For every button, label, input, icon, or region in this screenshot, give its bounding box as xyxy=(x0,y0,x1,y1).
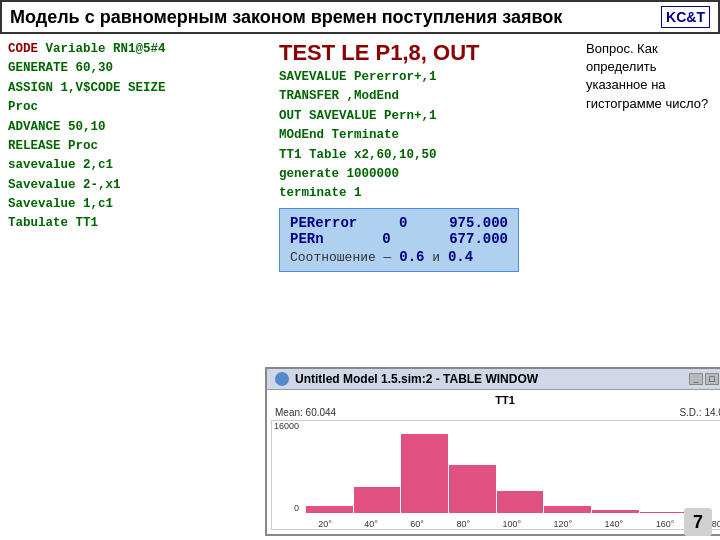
chart-mean: Mean: 60.044 xyxy=(275,407,336,418)
x-axis-labels: 20° 40° 60° 80° 100° 120° 140° 160° 180 xyxy=(302,519,720,529)
right-panel: TEST LE P1,8, OUT SAVEVALUE Pererror+,1 … xyxy=(265,34,720,536)
code-text-1: Variable RN1@5#4 xyxy=(46,42,166,56)
maximize-button[interactable]: □ xyxy=(705,373,719,385)
x-label-2: 60° xyxy=(410,519,424,529)
chart-sd: S.D.: 14.035 xyxy=(679,407,720,418)
code-line-5: ADVANCE 50,10 xyxy=(8,118,257,137)
stat-label-2: PERn xyxy=(290,231,324,247)
code-line-10: Tabulate TT1 xyxy=(8,214,257,233)
x-label-4: 100° xyxy=(502,519,521,529)
bar-6 xyxy=(592,510,639,513)
stat-val-2b: 677.000 xyxy=(449,231,508,247)
stat-val-1b: 975.000 xyxy=(449,215,508,231)
x-label-7: 160° xyxy=(656,519,675,529)
x-label-0: 20° xyxy=(318,519,332,529)
left-code-panel: CODE Variable RN1@5#4 GENERATE 60,30 ASS… xyxy=(0,34,265,536)
stats-box: PERerror 0 975.000 PERn 0 677.000 Соотно… xyxy=(279,208,519,272)
logo: KC&T xyxy=(661,6,710,28)
code-line-7: savevalue 2,c1 xyxy=(8,156,257,175)
header: Модель с равномерным законом времен пост… xyxy=(0,0,720,34)
code-line-6: RELEASE Proc xyxy=(8,137,257,156)
page-number: 7 xyxy=(684,508,712,536)
ratio-val1: 0.6 xyxy=(399,249,424,265)
ratio-and: и xyxy=(432,250,440,265)
chart-title-text: Untitled Model 1.5.sim:2 - TABLE WINDOW xyxy=(295,372,683,386)
x-label-1: 40° xyxy=(364,519,378,529)
code-line-3: ASSIGN 1,V$CODE SEIZE xyxy=(8,79,257,98)
code-line-1: CODE Variable RN1@5#4 xyxy=(8,40,257,59)
chart-window-icon xyxy=(275,372,289,386)
ratio-val2: 0.4 xyxy=(448,249,473,265)
chart-label: TT1 xyxy=(271,394,720,406)
main-content: CODE Variable RN1@5#4 GENERATE 60,30 ASS… xyxy=(0,34,720,536)
question-text: Вопрос. Как определить указанное на гист… xyxy=(586,41,708,111)
stat-val-2a: 0 xyxy=(382,231,390,247)
ratio-label: Соотношение — xyxy=(290,250,391,265)
bar-0 xyxy=(306,506,353,513)
y-axis: 16000 0 xyxy=(272,421,302,513)
y-zero: 0 xyxy=(294,503,299,513)
chart-controls[interactable]: _ □ ✕ xyxy=(689,373,720,385)
code-line-9: Savevalue 1,c1 xyxy=(8,195,257,214)
x-label-6: 140° xyxy=(605,519,624,529)
ratio-row: Соотношение — 0.6 и 0.4 xyxy=(290,249,508,265)
bar-1 xyxy=(354,487,401,513)
chart-titlebar[interactable]: Untitled Model 1.5.sim:2 - TABLE WINDOW … xyxy=(267,369,720,390)
r-code-line-5: TT1 Table x2,60,10,50 xyxy=(279,146,716,165)
chart-area: 16000 0 20° xyxy=(271,420,720,530)
r-code-line-6: generate 1000000 xyxy=(279,165,716,184)
y-max: 16000 xyxy=(274,421,299,431)
r-code-line-7: terminate 1 xyxy=(279,184,716,203)
chart-body: TT1 Mean: 60.044 S.D.: 14.035 16000 0 xyxy=(267,390,720,534)
chart-stats-row: Mean: 60.044 S.D.: 14.035 xyxy=(271,407,720,418)
x-label-3: 80° xyxy=(456,519,470,529)
bar-2 xyxy=(401,434,448,513)
minimize-button[interactable]: _ xyxy=(689,373,703,385)
code-line-4: Proc xyxy=(8,98,257,117)
stat-label-1: PERerror xyxy=(290,215,357,231)
bar-5 xyxy=(544,506,591,513)
bars-container xyxy=(302,425,720,513)
code-keyword-code: CODE xyxy=(8,42,38,56)
question-box: Вопрос. Как определить указанное на гист… xyxy=(586,40,716,113)
chart-window[interactable]: Untitled Model 1.5.sim:2 - TABLE WINDOW … xyxy=(265,367,720,536)
x-label-5: 120° xyxy=(554,519,573,529)
bar-3 xyxy=(449,465,496,513)
r-code-line-4: MOdEnd Terminate xyxy=(279,126,716,145)
bar-4 xyxy=(497,491,544,513)
code-line-8: Savevalue 2-,x1 xyxy=(8,176,257,195)
code-line-2: GENERATE 60,30 xyxy=(8,59,257,78)
stat-val-1a: 0 xyxy=(399,215,407,231)
stat-row-1: PERerror 0 975.000 xyxy=(290,215,508,231)
stat-row-2: PERn 0 677.000 xyxy=(290,231,508,247)
page-title: Модель с равномерным законом времен пост… xyxy=(10,7,562,28)
bar-7 xyxy=(640,512,687,513)
